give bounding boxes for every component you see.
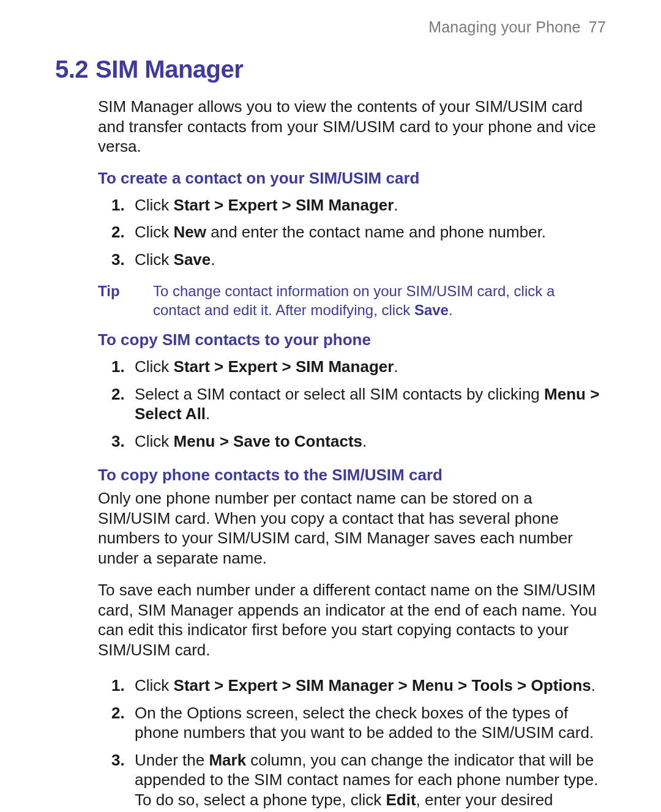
list-item: 3. Click Menu > Save to Contacts. xyxy=(55,428,606,455)
step-bold: Edit xyxy=(386,791,416,809)
tip-text: . xyxy=(449,302,453,318)
step-bold: Start > Expert > SIM Manager > Menu > To… xyxy=(174,676,591,695)
tip-label: Tip xyxy=(98,281,153,319)
list-item: 1. Click Start > Expert > SIM Manager. xyxy=(55,353,606,381)
steps-copy-to-sim: 1. Click Start > Expert > SIM Manager > … xyxy=(55,672,606,812)
body-paragraph: Only one phone number per contact name c… xyxy=(98,488,606,568)
step-text: Click xyxy=(135,223,174,241)
step-text: and enter the contact name and phone num… xyxy=(206,223,546,241)
section-title: 5.2SIM Manager xyxy=(55,56,606,83)
step-text: . xyxy=(211,250,215,269)
manual-page: Managing your Phone 77 5.2SIM Manager SI… xyxy=(0,0,661,812)
step-bold: Mark xyxy=(209,751,246,769)
list-item: 2. Select a SIM contact or select all SI… xyxy=(55,381,606,428)
step-marker: 3. xyxy=(111,431,125,452)
step-text: Click xyxy=(135,196,174,214)
step-text: Click xyxy=(135,357,174,376)
step-bold: New xyxy=(174,223,206,241)
intro-paragraph: SIM Manager allows you to view the conte… xyxy=(98,97,606,157)
step-text: . xyxy=(394,196,398,214)
step-marker: 2. xyxy=(111,384,125,404)
step-marker: 2. xyxy=(111,703,125,723)
step-marker: 1. xyxy=(111,676,125,696)
list-item: 3. Click Save. xyxy=(55,246,606,274)
step-text: . xyxy=(394,357,398,376)
step-bold: Menu > Save to Contacts xyxy=(174,432,362,450)
step-text: Click xyxy=(135,432,174,450)
header-label: Managing your Phone xyxy=(428,18,580,35)
tip-bold: Save xyxy=(414,302,449,318)
step-marker: 3. xyxy=(111,750,125,770)
subhead-create-contact: To create a contact on your SIM/USIM car… xyxy=(98,169,606,188)
step-marker: 1. xyxy=(111,195,125,215)
section-number: 5.2 xyxy=(55,56,88,83)
step-text: . xyxy=(591,676,596,695)
step-text: On the Options screen, select the check … xyxy=(135,704,594,742)
step-text: Select a SIM contact or select all SIM c… xyxy=(135,385,544,403)
subhead-copy-to-phone: To copy SIM contacts to your phone xyxy=(98,330,606,349)
step-text: . xyxy=(206,404,210,423)
step-bold: Save xyxy=(174,250,211,269)
step-text: Under the xyxy=(135,751,209,769)
list-item: 3. Under the Mark column, you can change… xyxy=(55,747,606,812)
step-text: Click xyxy=(135,250,174,269)
steps-copy-to-phone: 1. Click Start > Expert > SIM Manager. 2… xyxy=(55,353,606,455)
step-marker: 2. xyxy=(111,222,125,242)
step-marker: 1. xyxy=(111,357,125,377)
list-item: 1. Click Start > Expert > SIM Manager > … xyxy=(55,672,606,699)
steps-create-contact: 1. Click Start > Expert > SIM Manager. 2… xyxy=(55,192,606,274)
step-text: . xyxy=(362,432,367,450)
list-item: 2. On the Options screen, select the che… xyxy=(55,699,606,747)
running-header: Managing your Phone 77 xyxy=(55,18,606,36)
list-item: 2. Click New and enter the contact name … xyxy=(55,218,606,246)
list-item: 1. Click Start > Expert > SIM Manager. xyxy=(55,192,606,219)
tip-text: To change contact information on your SI… xyxy=(153,283,555,318)
step-bold: Start > Expert > SIM Manager xyxy=(174,357,394,376)
step-bold: Start > Expert > SIM Manager xyxy=(174,196,394,214)
tip-block: Tip To change contact information on you… xyxy=(98,281,606,319)
page-number: 77 xyxy=(589,18,606,35)
body-paragraph: To save each number under a different co… xyxy=(98,580,606,660)
section-name: SIM Manager xyxy=(95,56,243,83)
step-marker: 3. xyxy=(111,250,125,270)
subhead-copy-to-sim: To copy phone contacts to the SIM/USIM c… xyxy=(98,466,606,485)
step-text: Click xyxy=(135,676,174,695)
tip-body: To change contact information on your SI… xyxy=(153,281,606,319)
